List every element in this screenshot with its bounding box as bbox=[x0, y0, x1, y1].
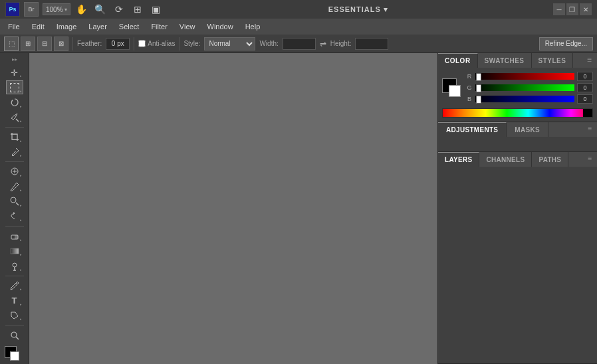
clone-stamp-tool-btn[interactable]: ▸ bbox=[6, 195, 23, 209]
path-select-tool-btn[interactable]: ▸ bbox=[6, 309, 23, 323]
history-brush-tool-btn[interactable]: ▸ bbox=[6, 210, 23, 224]
b-slider-thumb[interactable] bbox=[475, 94, 481, 104]
bg-swatch[interactable] bbox=[449, 85, 461, 97]
menu-edit[interactable]: Edit bbox=[27, 19, 50, 35]
style-select[interactable]: Normal Fixed Ratio Fixed Size bbox=[204, 37, 255, 50]
height-input[interactable] bbox=[355, 38, 388, 50]
view-options-btn[interactable]: ▣ bbox=[149, 2, 164, 17]
background-color-btn[interactable] bbox=[10, 351, 19, 361]
marquee-icon bbox=[10, 83, 19, 92]
svg-point-2 bbox=[12, 155, 13, 156]
antialias-label[interactable]: Anti-alias bbox=[138, 40, 175, 47]
width-input[interactable] bbox=[283, 38, 316, 50]
crop-tool-btn[interactable]: ▸ bbox=[6, 130, 23, 144]
fg-bg-swatch bbox=[442, 78, 463, 100]
tab-paths[interactable]: PATHS bbox=[532, 152, 568, 167]
marquee-subtract-btn[interactable]: ⊟ bbox=[37, 37, 52, 51]
color-panel-menu-btn[interactable]: ☰ bbox=[584, 54, 594, 65]
dodge-tool-btn[interactable]: ▸ bbox=[6, 259, 23, 273]
close-btn[interactable]: ✕ bbox=[580, 3, 592, 15]
zoom-view-tool-btn[interactable] bbox=[6, 328, 23, 342]
corner-arrow-type-icon: ▸ bbox=[20, 302, 22, 306]
corner-arrow-dodge-icon: ▸ bbox=[20, 268, 22, 272]
corner-arrow-icon: ▸ bbox=[20, 74, 22, 78]
menu-filter[interactable]: Filter bbox=[146, 19, 172, 35]
menu-select[interactable]: Select bbox=[114, 19, 145, 35]
marquee-rect-btn[interactable]: ⬚ bbox=[4, 37, 19, 51]
hand-tool-btn[interactable]: ✋ bbox=[74, 2, 89, 17]
tab-swatches[interactable]: SWATCHES bbox=[478, 53, 532, 68]
toolbar-collapse-btn[interactable]: ▸▸ bbox=[0, 56, 29, 63]
history-brush-icon bbox=[10, 212, 19, 221]
magic-wand-tool-btn[interactable]: ▸ bbox=[6, 111, 23, 125]
move-tool-btn[interactable]: ✛ ▸ bbox=[6, 66, 23, 80]
menu-window[interactable]: Window bbox=[202, 19, 239, 35]
tab-masks[interactable]: MASKS bbox=[507, 122, 548, 137]
lasso-tool-btn[interactable]: ▸ bbox=[6, 96, 23, 110]
restore-btn[interactable]: ❒ bbox=[566, 3, 578, 15]
eraser-tool-btn[interactable]: ▸ bbox=[6, 229, 23, 243]
tab-adjustments[interactable]: ADJUSTMENTS bbox=[438, 122, 507, 137]
menu-layer[interactable]: Layer bbox=[83, 19, 112, 35]
pen-icon bbox=[10, 281, 19, 290]
b-value-input[interactable]: 0 bbox=[577, 94, 593, 104]
menu-help[interactable]: Help bbox=[240, 19, 266, 35]
path-select-icon bbox=[10, 311, 19, 320]
type-tool-btn[interactable]: T ▸ bbox=[6, 294, 23, 308]
antialias-checkbox[interactable] bbox=[138, 40, 146, 47]
menu-file[interactable]: File bbox=[3, 19, 25, 35]
brush-icon bbox=[10, 182, 19, 191]
corner-arrow-eraser-icon: ▸ bbox=[20, 238, 22, 242]
marquee-tool-btn[interactable]: ▸ bbox=[6, 80, 23, 94]
b-slider-track[interactable] bbox=[475, 96, 574, 102]
pen-tool-btn[interactable]: ▸ bbox=[6, 279, 23, 293]
magic-wand-icon bbox=[10, 113, 19, 122]
right-panel: COLOR SWATCHES STYLES ☰ R bbox=[437, 53, 597, 364]
svg-point-10 bbox=[13, 263, 17, 267]
rotate-tool-btn[interactable]: ⟳ bbox=[112, 2, 126, 17]
zoom-dropdown-icon[interactable]: ▾ bbox=[64, 7, 67, 13]
corner-arrow-grad-icon: ▸ bbox=[20, 252, 22, 256]
menu-bar: File Edit Image Layer Select Filter View… bbox=[0, 19, 597, 35]
essentials-label[interactable]: ESSENTIALS ▾ bbox=[328, 5, 388, 14]
divider-1 bbox=[72, 37, 73, 50]
g-slider-track[interactable] bbox=[475, 84, 574, 91]
tab-channels[interactable]: CHANNELS bbox=[479, 152, 532, 167]
brush-tool-btn[interactable]: ▸ bbox=[6, 180, 23, 194]
swap-link-icon[interactable]: ⇌ bbox=[320, 39, 326, 48]
corner-arrow-heal-icon: ▸ bbox=[20, 173, 22, 177]
options-bar: ⬚ ⊞ ⊟ ⊠ Feather: Anti-alias Style: Norma… bbox=[0, 35, 597, 53]
spectrum-bar[interactable] bbox=[442, 108, 593, 118]
clone-stamp-icon bbox=[10, 197, 19, 206]
tab-layers[interactable]: LAYERS bbox=[438, 152, 479, 167]
tab-styles[interactable]: STYLES bbox=[532, 53, 574, 68]
view-btn[interactable]: ⊞ bbox=[130, 2, 145, 17]
r-slider-thumb[interactable] bbox=[475, 72, 481, 81]
healing-tool-btn[interactable]: ▸ bbox=[6, 165, 23, 179]
marquee-union-btn[interactable]: ⊞ bbox=[21, 37, 35, 51]
toolbar-sep-3 bbox=[5, 226, 24, 227]
toolbar-sep-1 bbox=[5, 127, 24, 128]
r-value-input[interactable]: 0 bbox=[577, 72, 593, 81]
gradient-tool-btn[interactable]: ▸ bbox=[6, 244, 23, 258]
menu-image[interactable]: Image bbox=[51, 19, 82, 35]
bridge-icon[interactable]: Br bbox=[24, 2, 39, 17]
eyedropper-tool-btn[interactable]: ▸ bbox=[6, 145, 23, 159]
adjustments-menu-btn[interactable]: ☰ bbox=[585, 124, 594, 134]
toolbar-sep-5 bbox=[5, 325, 24, 325]
marquee-intersect-btn[interactable]: ⊠ bbox=[54, 37, 68, 51]
zoom-tool-btn[interactable]: 🔍 bbox=[93, 2, 108, 17]
minimize-btn[interactable]: ─ bbox=[553, 3, 565, 15]
g-slider-thumb[interactable] bbox=[475, 83, 481, 92]
adjustments-tabs: ADJUSTMENTS MASKS ☰ bbox=[438, 122, 597, 137]
layers-menu-btn[interactable]: ☰ bbox=[585, 154, 594, 163]
corner-arrow-path-icon: ▸ bbox=[20, 317, 22, 321]
zoom-display[interactable]: 100% ▾ bbox=[43, 3, 70, 15]
g-value-input[interactable]: 0 bbox=[577, 83, 593, 92]
r-slider-track[interactable] bbox=[475, 73, 574, 80]
tab-color[interactable]: COLOR bbox=[438, 53, 478, 68]
g-channel-label: G bbox=[466, 84, 473, 91]
feather-input[interactable] bbox=[106, 38, 130, 50]
menu-view[interactable]: View bbox=[174, 19, 201, 35]
refine-edge-btn[interactable]: Refine Edge... bbox=[539, 37, 593, 50]
